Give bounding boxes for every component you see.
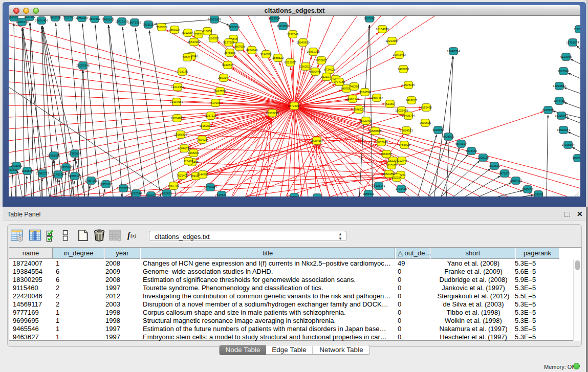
svg-text:14055713: 14055713 (15, 20, 28, 24)
svg-text:12213369: 12213369 (171, 85, 184, 89)
svg-text:9242845: 9242845 (222, 63, 233, 67)
svg-text:2867608: 2867608 (234, 45, 245, 48)
svg-text:115409: 115409 (184, 160, 193, 163)
svg-text:6734028: 6734028 (324, 68, 335, 71)
svg-text:20691406: 20691406 (35, 19, 48, 22)
svg-text:7515526: 7515526 (143, 23, 154, 26)
svg-text:10719155: 10719155 (115, 20, 128, 23)
svg-text:9129966: 9129966 (560, 55, 572, 58)
svg-text:2935114: 2935114 (477, 156, 489, 159)
svg-text:9463627: 9463627 (406, 99, 417, 102)
svg-text:18640910: 18640910 (296, 41, 309, 44)
svg-text:25302293: 25302293 (266, 112, 278, 115)
svg-text:20053346: 20053346 (76, 64, 89, 67)
svg-text:1085326: 1085326 (50, 16, 61, 19)
svg-text:1167533: 1167533 (572, 157, 580, 160)
svg-text:12975115: 12975115 (402, 83, 415, 86)
svg-text:17359924: 17359924 (68, 152, 81, 155)
svg-text:16543382: 16543382 (187, 40, 200, 43)
svg-text:1498222: 1498222 (188, 151, 199, 155)
svg-text:1527602: 1527602 (89, 17, 100, 20)
svg-text:1292344: 1292344 (130, 192, 142, 195)
svg-text:1145194: 1145194 (53, 173, 64, 176)
svg-text:1435061: 1435061 (11, 164, 22, 167)
svg-text:10975867: 10975867 (59, 166, 72, 169)
svg-text:924565: 924565 (534, 193, 543, 196)
svg-text:10688609: 10688609 (368, 129, 381, 133)
svg-text:18495794: 18495794 (402, 114, 415, 117)
svg-text:7357274: 7357274 (228, 26, 239, 29)
svg-text:2718176: 2718176 (177, 70, 188, 73)
svg-text:982450: 982450 (162, 192, 172, 195)
svg-text:134624: 134624 (217, 193, 227, 196)
svg-text:817006: 817006 (211, 101, 221, 104)
svg-text:8471676: 8471676 (499, 172, 510, 175)
svg-text:7152760: 7152760 (63, 16, 74, 19)
svg-text:6144791: 6144791 (197, 173, 208, 176)
svg-text:9527505: 9527505 (223, 41, 234, 44)
svg-text:8454749: 8454749 (246, 49, 257, 52)
svg-text:17957255: 17957255 (84, 179, 97, 182)
svg-text:19218506: 19218506 (276, 25, 289, 28)
svg-text:20364436: 20364436 (346, 97, 359, 100)
svg-text:1232549: 1232549 (287, 33, 298, 36)
svg-text:8215955: 8215955 (542, 108, 554, 112)
svg-text:1065411: 1065411 (363, 192, 374, 195)
svg-text:3267110: 3267110 (205, 114, 216, 117)
svg-text:(x): (x) (130, 233, 137, 239)
svg-text:15716485: 15716485 (204, 186, 216, 189)
svg-text:3875685: 3875685 (224, 51, 235, 54)
svg-text:7986322: 7986322 (353, 108, 364, 111)
svg-text:12505135: 12505135 (68, 174, 81, 178)
svg-text:924561: 924561 (290, 195, 299, 196)
svg-text:10973493: 10973493 (393, 53, 405, 56)
svg-text:1440954: 1440954 (432, 128, 444, 132)
svg-text:9457791: 9457791 (168, 184, 179, 187)
svg-text:1362615: 1362615 (300, 65, 311, 68)
svg-text:19166825: 19166825 (174, 133, 187, 136)
svg-text:14136141: 14136141 (372, 184, 385, 187)
svg-text:3624554: 3624554 (359, 91, 371, 94)
svg-text:16046738: 16046738 (178, 147, 190, 150)
svg-text:1733426: 1733426 (396, 187, 407, 190)
svg-text:62160: 62160 (386, 102, 394, 105)
svg-text:10654112: 10654112 (510, 179, 522, 182)
svg-text:9699695: 9699695 (420, 121, 431, 124)
svg-text:16355: 16355 (10, 16, 18, 19)
svg-text:9756928: 9756928 (399, 143, 410, 146)
svg-text:8938923: 8938923 (443, 135, 454, 138)
svg-text:8186328: 8186328 (208, 37, 219, 40)
svg-text:8912954: 8912954 (182, 31, 193, 34)
svg-text:1588520: 1588520 (272, 56, 284, 59)
svg-text:9227342: 9227342 (558, 70, 569, 73)
svg-text:23221: 23221 (194, 33, 203, 36)
svg-text:1112841: 1112841 (574, 28, 580, 31)
svg-text:2803144: 2803144 (218, 76, 229, 79)
svg-text:10671355: 10671355 (128, 21, 141, 24)
svg-text:7663822: 7663822 (156, 26, 167, 29)
svg-text:17016504: 17016504 (561, 143, 574, 146)
svg-text:10807487: 10807487 (370, 96, 383, 99)
svg-text:746266: 746266 (350, 85, 359, 88)
svg-text:989611: 989611 (183, 56, 192, 59)
svg-text:8427552: 8427552 (214, 90, 226, 93)
svg-text:16961758: 16961758 (307, 50, 319, 53)
svg-text:16033809: 16033809 (208, 18, 221, 21)
svg-text:12942737: 12942737 (36, 172, 49, 175)
svg-text:16210643: 16210643 (555, 114, 568, 117)
svg-text:9860124: 9860124 (169, 28, 180, 31)
svg-text:7625402: 7625402 (177, 174, 188, 177)
svg-text:7955812: 7955812 (316, 59, 327, 62)
svg-text:8813054: 8813054 (269, 17, 280, 20)
svg-text:8990448: 8990448 (310, 70, 321, 73)
svg-text:9115460: 9115460 (421, 106, 432, 109)
svg-text:1156829: 1156829 (21, 169, 33, 172)
svg-text:976451: 976451 (146, 194, 156, 196)
svg-text:6879197: 6879197 (455, 142, 467, 145)
svg-text:9777169: 9777169 (334, 80, 345, 83)
svg-text:19384554: 19384554 (310, 139, 323, 142)
svg-text:10853267: 10853267 (75, 16, 88, 19)
svg-text:19654985: 19654985 (170, 117, 183, 120)
svg-text:19654923: 19654923 (400, 129, 412, 132)
svg-text:15751074: 15751074 (566, 41, 579, 44)
